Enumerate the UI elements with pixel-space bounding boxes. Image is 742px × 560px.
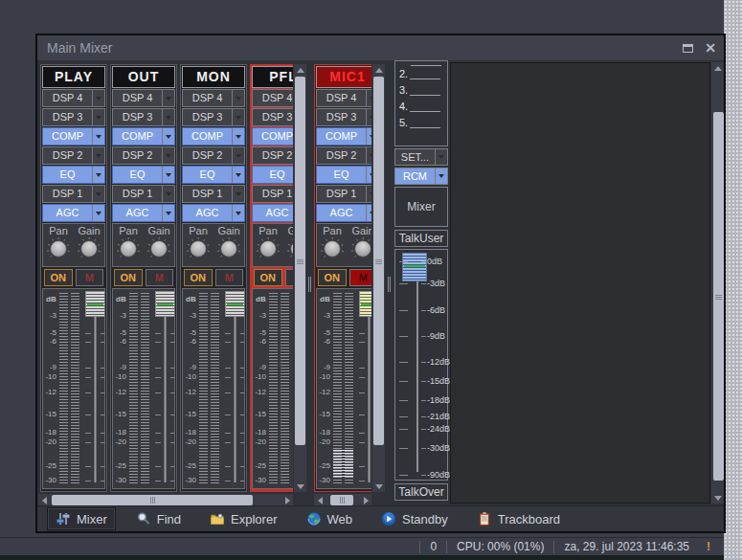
scroll-down-button[interactable] bbox=[294, 481, 306, 492]
channel-on-button[interactable]: ON bbox=[184, 269, 213, 286]
dropdown-arrow-button[interactable] bbox=[366, 109, 371, 125]
dsp-button-dsp3[interactable]: DSP 3 bbox=[252, 108, 293, 126]
fader-handle[interactable] bbox=[155, 291, 175, 317]
dropdown-arrow-button[interactable] bbox=[232, 167, 244, 183]
scroll-up-button[interactable] bbox=[372, 64, 385, 76]
scroll-left-button[interactable] bbox=[38, 494, 50, 505]
dropdown-arrow-button[interactable] bbox=[92, 186, 104, 202]
gain-knob[interactable]: Gain bbox=[214, 225, 244, 266]
gain-knob[interactable]: Gain bbox=[74, 225, 104, 266]
dsp-button-agc[interactable]: AGC bbox=[42, 204, 105, 222]
dropdown-arrow-button[interactable] bbox=[232, 90, 244, 106]
restore-button[interactable] bbox=[678, 39, 697, 56]
mic-pane-vertical-scrollbar[interactable] bbox=[372, 64, 385, 492]
dropdown-arrow-button[interactable] bbox=[92, 147, 104, 164]
dsp-button-eq[interactable]: EQ bbox=[112, 166, 175, 184]
fader-track[interactable] bbox=[368, 297, 371, 482]
dsp-button-dsp1[interactable]: DSP 1 bbox=[316, 185, 371, 203]
dsp-button-dsp2[interactable]: DSP 2 bbox=[316, 146, 371, 165]
dsp-button-eq[interactable]: EQ bbox=[42, 166, 105, 184]
fader-handle[interactable] bbox=[85, 291, 105, 317]
toolbar-button-explorer[interactable]: Explorer bbox=[201, 507, 285, 530]
fader-slide[interactable] bbox=[292, 289, 293, 488]
channel-mute-button[interactable]: M bbox=[349, 269, 372, 286]
dropdown-arrow-button[interactable] bbox=[366, 90, 371, 106]
dsp-button-dsp3[interactable]: DSP 3 bbox=[112, 108, 175, 126]
preset-list-item[interactable]: 5. bbox=[399, 115, 447, 131]
dsp-button-dsp4[interactable]: DSP 4 bbox=[252, 89, 293, 107]
dropdown-arrow-button[interactable] bbox=[92, 128, 104, 145]
dsp-button-eq[interactable]: EQ bbox=[252, 166, 293, 184]
channel-name-button[interactable]: PLAY bbox=[42, 66, 105, 88]
alert-indicator[interactable]: ! bbox=[707, 540, 710, 553]
channel-name-button[interactable]: OUT bbox=[112, 66, 175, 88]
scrollbar-thumb[interactable] bbox=[52, 495, 253, 505]
dropdown-arrow-button[interactable] bbox=[232, 186, 244, 202]
scroll-up-button[interactable] bbox=[294, 64, 306, 76]
scrollbar-thumb[interactable] bbox=[713, 112, 724, 481]
dropdown-arrow-button[interactable] bbox=[435, 149, 447, 165]
dsp-button-dsp1[interactable]: DSP 1 bbox=[182, 185, 245, 203]
channel-name-button[interactable]: MIC1 bbox=[316, 66, 371, 88]
dsp-button-dsp3[interactable]: DSP 3 bbox=[42, 108, 105, 126]
toolbar-button-find[interactable]: Find bbox=[127, 507, 190, 530]
dropdown-arrow-button[interactable] bbox=[366, 167, 371, 183]
gain-knob[interactable]: Gain bbox=[144, 225, 174, 266]
pan-knob[interactable]: Pan bbox=[317, 225, 348, 266]
mic-pane-horizontal-scrollbar[interactable] bbox=[314, 494, 371, 505]
dsp-button-dsp2[interactable]: DSP 2 bbox=[42, 146, 105, 165]
dsp-button-eq[interactable]: EQ bbox=[316, 166, 371, 184]
toolbar-button-mixer[interactable]: Mixer bbox=[47, 507, 116, 530]
pane-splitter[interactable] bbox=[306, 64, 313, 492]
dsp-button-agc[interactable]: AGC bbox=[112, 204, 175, 222]
fader-track[interactable] bbox=[164, 297, 167, 482]
dsp-button-dsp4[interactable]: DSP 4 bbox=[112, 89, 175, 107]
channel-mute-button[interactable]: M bbox=[215, 269, 244, 286]
dsp-button-eq[interactable]: EQ bbox=[182, 166, 245, 184]
fader-slide[interactable] bbox=[356, 289, 371, 488]
scroll-up-button[interactable] bbox=[711, 62, 724, 74]
pan-knob[interactable]: Pan bbox=[113, 225, 144, 266]
dropdown-arrow-button[interactable] bbox=[435, 168, 447, 184]
dsp-button-dsp2[interactable]: DSP 2 bbox=[252, 146, 293, 165]
fader-slide[interactable] bbox=[222, 289, 245, 488]
scrollbar-thumb[interactable] bbox=[373, 77, 384, 445]
dropdown-arrow-button[interactable] bbox=[162, 167, 174, 183]
dropdown-arrow-button[interactable] bbox=[162, 109, 174, 125]
left-pane-vertical-scrollbar[interactable] bbox=[294, 64, 306, 492]
dropdown-arrow-button[interactable] bbox=[366, 128, 371, 145]
dsp-button-agc[interactable]: AGC bbox=[182, 204, 245, 222]
dsp-button-dsp3[interactable]: DSP 3 bbox=[182, 108, 245, 126]
dropdown-arrow-button[interactable] bbox=[232, 128, 244, 145]
mixer-mode-box[interactable]: Mixer bbox=[394, 187, 448, 227]
dsp-button-comp[interactable]: COMP bbox=[252, 127, 293, 146]
close-button[interactable]: ✕ bbox=[701, 39, 720, 56]
dsp-button-dsp1[interactable]: DSP 1 bbox=[42, 185, 105, 203]
dropdown-arrow-button[interactable] bbox=[366, 186, 371, 202]
scroll-right-button[interactable] bbox=[281, 494, 293, 505]
fader-handle[interactable] bbox=[225, 291, 245, 317]
dsp-button-dsp1[interactable]: DSP 1 bbox=[112, 185, 175, 203]
dsp-button-comp[interactable]: COMP bbox=[316, 127, 371, 146]
dsp-button-dsp4[interactable]: DSP 4 bbox=[182, 89, 245, 107]
right-panel-vertical-scrollbar[interactable] bbox=[711, 62, 724, 504]
window-titlebar[interactable]: Main Mixer ✕ bbox=[37, 35, 724, 60]
fader-slide[interactable] bbox=[152, 289, 175, 488]
scroll-right-button[interactable] bbox=[360, 494, 371, 505]
talkuser-button[interactable]: TalkUser bbox=[394, 230, 448, 247]
scroll-down-button[interactable] bbox=[372, 481, 385, 492]
dsp-button-dsp1[interactable]: DSP 1 bbox=[252, 185, 293, 203]
dropdown-arrow-button[interactable] bbox=[232, 147, 244, 164]
dropdown-arrow-button[interactable] bbox=[162, 205, 174, 221]
pane-splitter[interactable] bbox=[386, 64, 393, 492]
dropdown-arrow-button[interactable] bbox=[92, 109, 104, 125]
dsp-button-comp[interactable]: COMP bbox=[112, 127, 175, 146]
toolbar-button-trackboard[interactable]: Trackboard bbox=[468, 507, 569, 530]
pan-knob[interactable]: Pan bbox=[183, 225, 214, 266]
scrollbar-thumb[interactable] bbox=[295, 77, 305, 445]
fader-handle[interactable] bbox=[359, 291, 371, 317]
dsp-button-comp[interactable]: COMP bbox=[42, 127, 105, 146]
dropdown-arrow-button[interactable] bbox=[92, 205, 104, 221]
dsp-button-agc[interactable]: AGC bbox=[252, 204, 293, 222]
dropdown-arrow-button[interactable] bbox=[232, 205, 244, 221]
